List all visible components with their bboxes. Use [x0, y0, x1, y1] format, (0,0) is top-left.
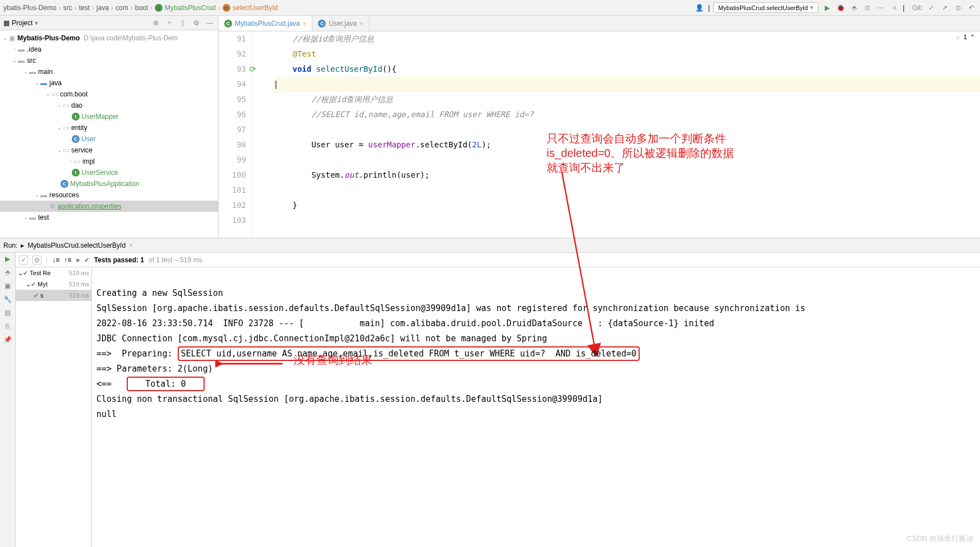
annotation-text: 只不过查询会自动多加一个判断条件 is_deleted=0。所以被逻辑删除的数据… — [547, 131, 734, 175]
git-push-icon[interactable]: ↗ — [940, 3, 950, 13]
filter-icon[interactable]: ↑≡ — [64, 256, 71, 264]
more-icon[interactable]: » — [76, 256, 80, 264]
test-status-bar: ✓ ⊘ | ↓≡ ↑≡ » ✔ Tests passed: 1 of 1 tes… — [16, 253, 980, 267]
close-icon[interactable]: × — [303, 20, 306, 27]
inspection-badge[interactable]: ⚠ 1 ^ — [956, 34, 974, 41]
run-button[interactable]: ▶ — [822, 3, 832, 13]
project-tool-window: ▦Project▾ ⊕ ÷ | ⚙ — ⌄▣Mybatis-Plus-Demo … — [0, 16, 219, 238]
interface-icon: I — [72, 113, 80, 120]
crumb[interactable]: com — [115, 4, 128, 12]
run-config-label: MybatisPlusCrud.selectUserById — [718, 4, 808, 11]
project-panel-title[interactable]: ▦Project▾ — [3, 19, 151, 27]
crumb-method[interactable]: selectUserById — [233, 4, 278, 12]
sort-icon[interactable]: ↓≡ — [52, 256, 59, 264]
hide-icon[interactable]: — — [205, 18, 215, 28]
interface-icon: I — [72, 169, 80, 177]
stop-button[interactable]: ■ — [889, 3, 899, 13]
run-toolbar: ▶ ⬘ ▣ 🔧 ▤ ⎘ 📌 — [0, 253, 16, 547]
close-icon[interactable]: × — [360, 20, 363, 27]
class-icon: C — [155, 4, 163, 12]
method-icon: m — [223, 4, 230, 12]
toggle-button[interactable]: ▣ — [4, 282, 11, 290]
project-tree[interactable]: ⌄▣Mybatis-Plus-Demo D:\java code\Mybatis… — [0, 30, 218, 238]
stop-tests-button[interactable]: ⬘ — [5, 268, 10, 276]
toolbar: 👤 | MybatisPlusCrud.selectUserById ▾ ▶ 🐞… — [695, 2, 977, 13]
rerun-button[interactable]: ▶ — [5, 255, 10, 263]
class-icon: C — [61, 180, 68, 188]
class-icon: C — [224, 20, 232, 27]
highlighted-sql: SELECT uid,username AS name,age,email,is… — [178, 346, 640, 361]
close-icon[interactable]: × — [129, 242, 133, 249]
tab-user[interactable]: C User.java × — [312, 16, 369, 31]
wrench-icon[interactable]: 🔧 — [3, 295, 12, 303]
highlighted-total: Total: 0 — [127, 377, 204, 391]
console-output[interactable]: Creating a new SqlSession SqlSession [or… — [92, 267, 980, 547]
pin-icon[interactable]: 📌 — [3, 336, 12, 344]
editor-tabs: C MybatisPlusCrud.java × C User.java × — [219, 16, 980, 31]
run-tool-window: Run: ▸ MybatisPlusCrud.selectUserById × … — [0, 238, 980, 547]
run-label: Run: — [3, 242, 17, 249]
run-config-dropdown[interactable]: MybatisPlusCrud.selectUserById ▾ — [713, 2, 819, 13]
check-icon[interactable]: ✓ — [19, 256, 28, 265]
test-tree[interactable]: ⌄✔ Test Re519 ms ⌄✔ Myt519 ms ✔ s519 ms — [16, 267, 92, 547]
git-pull-icon[interactable]: ✓ — [926, 3, 936, 13]
more-run-button[interactable]: ⋯ — [876, 3, 886, 13]
debug-button[interactable]: 🐞 — [835, 3, 845, 13]
crumb[interactable]: ybatis-Plus-Demo — [3, 4, 57, 12]
expand-icon[interactable]: ÷ — [164, 18, 174, 28]
crumb-class[interactable]: MybatisPlusCrud — [165, 4, 216, 12]
crumb[interactable]: src — [63, 4, 72, 12]
navigation-bar: ybatis-Plus-Demo› src› test› java› com› … — [0, 0, 980, 16]
locate-icon[interactable]: ⊕ — [151, 18, 161, 28]
git-history-icon[interactable]: ⊙ — [953, 3, 963, 13]
layout-icon[interactable]: ▤ — [4, 309, 11, 317]
crumb[interactable]: test — [79, 4, 90, 12]
class-icon: C — [72, 135, 80, 143]
collapse-icon[interactable]: | — [178, 18, 188, 28]
settings-icon[interactable]: ⚙ — [191, 18, 201, 28]
cancel-icon[interactable]: ⊘ — [33, 256, 41, 265]
crumb[interactable]: boot — [135, 4, 148, 12]
tests-total-label: of 1 test – 519 ms — [149, 256, 202, 264]
class-icon: C — [318, 20, 326, 27]
git-revert-icon[interactable]: ↶ — [967, 3, 977, 13]
check-icon: ✔ — [84, 256, 90, 264]
run-tab[interactable]: MybatisPlusCrud.selectUserById — [27, 242, 126, 249]
editor: C MybatisPlusCrud.java × C User.java × 9… — [219, 16, 980, 238]
gutter: 91 92 93 ⟳ 94 95 96 97 98 99 100 101 102… — [219, 31, 251, 238]
crumb[interactable]: java — [96, 4, 109, 12]
watermark: CSDN @摸鱼打酱油 — [907, 534, 973, 544]
add-user-icon[interactable]: 👤 — [695, 3, 705, 13]
coverage-button[interactable]: ⬘ — [849, 3, 859, 13]
export-icon[interactable]: ⎘ — [6, 322, 10, 330]
profile-button[interactable]: ⊙ — [862, 3, 872, 13]
annotation-text: 没有查询到结果 — [294, 353, 372, 367]
tests-passed-label: Tests passed: 1 — [94, 256, 144, 264]
tab-mybatispluscrud[interactable]: C MybatisPlusCrud.java × — [219, 16, 312, 31]
breadcrumb: ybatis-Plus-Demo› src› test› java› com› … — [3, 4, 695, 12]
git-label: Git: — [912, 4, 923, 12]
